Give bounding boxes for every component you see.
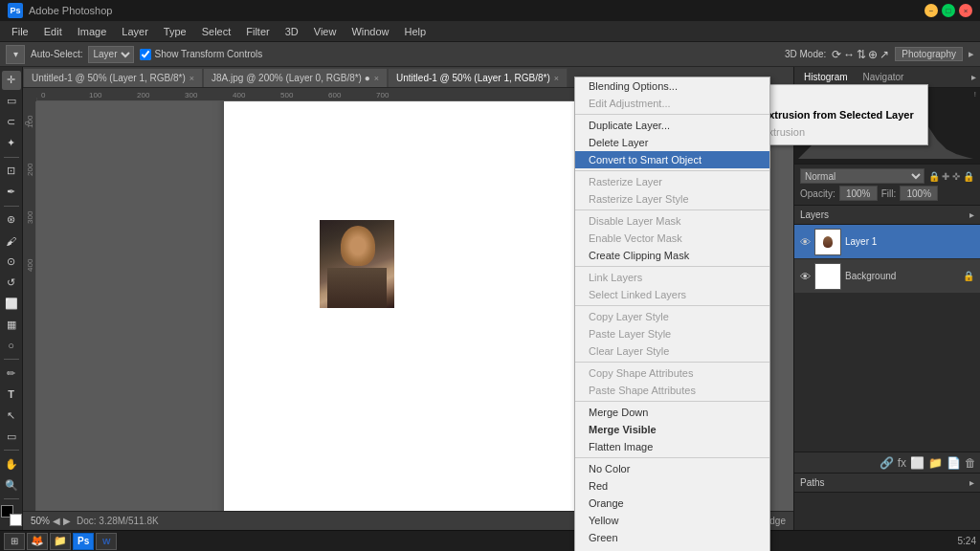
menu-help[interactable]: Help	[397, 24, 434, 39]
history-brush-tool[interactable]: ↺	[2, 274, 21, 293]
ctx-sep-5	[575, 305, 769, 306]
ctx-no-color[interactable]: No Color	[575, 460, 769, 477]
ctx-flatten-image[interactable]: Flatten Image	[575, 438, 769, 455]
add-mask-btn[interactable]: ⬜	[910, 456, 924, 470]
menu-filter[interactable]: Filter	[238, 24, 277, 39]
firefox-button[interactable]: 🦊	[27, 533, 48, 550]
status-nav-left[interactable]: ◀	[53, 516, 60, 526]
ctx-convert-smart-object[interactable]: Convert to Smart Object	[575, 151, 769, 168]
layer-item-background[interactable]: 👁 Background 🔒	[794, 259, 980, 294]
ctx-blue[interactable]: Blue	[575, 546, 769, 551]
ctx-paste-shape: Paste Shape Attributes	[575, 382, 769, 399]
show-transform-checkbox[interactable]	[140, 49, 151, 60]
link-layers-btn[interactable]: 🔗	[880, 456, 894, 470]
tab-close-1[interactable]: ×	[189, 74, 194, 83]
tab-untitled-active[interactable]: Untitled-1 @ 50% (Layer 1, RGB/8*) ×	[388, 68, 568, 87]
menu-edit[interactable]: Edit	[36, 24, 70, 39]
opacity-input[interactable]	[839, 186, 878, 201]
add-style-btn[interactable]: fx	[898, 456, 906, 470]
word-button[interactable]: W	[96, 533, 117, 550]
pen-tool[interactable]: ✏	[2, 364, 21, 383]
menu-file[interactable]: File	[4, 24, 36, 39]
ctx-blending-options[interactable]: Blending Options...	[575, 77, 769, 95]
menu-view[interactable]: View	[306, 24, 345, 39]
paths-options[interactable]: ▸	[969, 477, 974, 488]
workspace-selector[interactable]: Photography	[895, 47, 963, 61]
menu-3d[interactable]: 3D	[278, 24, 306, 39]
menu-layer[interactable]: Layer	[114, 24, 156, 39]
tab-j8a[interactable]: J8A.jpg @ 200% (Layer 0, RGB/8*) ● ×	[203, 68, 388, 87]
path-select-tool[interactable]: ↖	[2, 406, 21, 425]
ctx-yellow[interactable]: Yellow	[575, 512, 769, 529]
panel-options[interactable]: ▸	[971, 72, 976, 82]
menu-type[interactable]: Type	[156, 24, 194, 39]
fill-input[interactable]	[900, 186, 938, 201]
tab-close-3[interactable]: ×	[554, 74, 559, 83]
layer-eye-1[interactable]: 👁	[800, 236, 811, 248]
delete-layer-btn[interactable]: 🗑	[965, 456, 976, 470]
hand-tool[interactable]: ✋	[2, 454, 21, 474]
folder-button[interactable]: 📁	[50, 533, 71, 550]
clone-tool[interactable]: ⊙	[2, 253, 21, 272]
ctx-create-clipping[interactable]: Create Clipping Mask	[575, 247, 769, 264]
close-button[interactable]: ×	[959, 4, 972, 17]
svg-text:0: 0	[41, 91, 46, 99]
ps-button[interactable]: Ps	[73, 533, 94, 550]
blend-mode-dropdown[interactable]: Normal	[800, 168, 924, 184]
zoom-display[interactable]: 50% ◀ ▶	[31, 516, 71, 526]
layer-item-1[interactable]: 👁 Layer 1	[794, 225, 980, 259]
new-layer-btn[interactable]: 📄	[947, 456, 961, 470]
menu-select[interactable]: Select	[194, 24, 239, 39]
dodge-tool[interactable]: ○	[2, 336, 21, 355]
svg-text:700: 700	[376, 91, 390, 99]
auto-select-dropdown[interactable]: Layer	[88, 46, 134, 63]
layer-eye-bg[interactable]: 👁	[800, 271, 811, 282]
menu-image[interactable]: Image	[70, 24, 115, 39]
magic-wand-tool[interactable]: ✦	[2, 134, 21, 153]
ctx-green[interactable]: Green	[575, 529, 769, 546]
eyedropper-tool[interactable]: ✒	[2, 183, 21, 202]
ctx-delete-layer[interactable]: Delete Layer	[575, 134, 769, 151]
paths-header: Paths ▸	[794, 474, 980, 493]
crop-tool[interactable]: ⊡	[2, 162, 21, 181]
tool-preset[interactable]: ▾	[6, 45, 25, 64]
new-group-btn[interactable]: 📁	[928, 456, 943, 470]
ctx-merge-down[interactable]: Merge Down	[575, 404, 769, 421]
taskbar-time: 5:24	[958, 536, 976, 546]
svg-text:200: 200	[26, 163, 34, 176]
svg-text:400: 400	[26, 258, 34, 272]
ctx-duplicate-layer[interactable]: Duplicate Layer...	[575, 117, 769, 134]
opacity-label: Opacity:	[800, 188, 835, 199]
tab-untitled-1[interactable]: Untitled-1 @ 50% (Layer 1, RGB/8*) ×	[23, 68, 203, 87]
status-nav-right[interactable]: ▶	[63, 516, 71, 526]
ctx-enable-vector: Enable Vector Mask	[575, 230, 769, 247]
maximize-button[interactable]: □	[942, 4, 955, 17]
brush-tool[interactable]: 🖌	[2, 231, 21, 251]
gradient-tool[interactable]: ▦	[2, 315, 21, 334]
heal-tool[interactable]: ⊛	[2, 210, 21, 230]
panel-toggle[interactable]: ▸	[969, 48, 974, 60]
zoom-tool[interactable]: 🔍	[2, 475, 21, 495]
color-swatches[interactable]	[1, 505, 22, 526]
text-tool[interactable]: T	[2, 385, 21, 404]
start-button[interactable]: ⊞	[4, 533, 25, 550]
layers-options-icon[interactable]: ▸	[969, 209, 974, 220]
marquee-tool[interactable]: ▭	[2, 92, 21, 111]
tab-histogram[interactable]: Histogram	[798, 70, 854, 85]
tab-close-2[interactable]: ×	[374, 74, 379, 83]
paths-panel: Paths ▸	[794, 473, 980, 530]
tool-divider-5	[4, 498, 19, 499]
shape-tool[interactable]: ▭	[2, 427, 21, 446]
ctx-orange[interactable]: Orange	[575, 495, 769, 512]
tab-navigator[interactable]: Navigator	[858, 70, 910, 85]
ctx-merge-visible[interactable]: Merge Visible	[575, 421, 769, 438]
menu-window[interactable]: Window	[344, 24, 396, 39]
minimize-button[interactable]: −	[924, 4, 938, 17]
ctx-sep-8	[575, 457, 769, 458]
eraser-tool[interactable]: ⬜	[2, 295, 21, 314]
lasso-tool[interactable]: ⊂	[2, 113, 21, 132]
show-transform-checkbox-label[interactable]: Show Transform Controls	[140, 49, 262, 60]
ctx-red[interactable]: Red	[575, 477, 769, 495]
background-color[interactable]	[10, 514, 22, 526]
move-tool[interactable]: ✛	[2, 71, 21, 90]
